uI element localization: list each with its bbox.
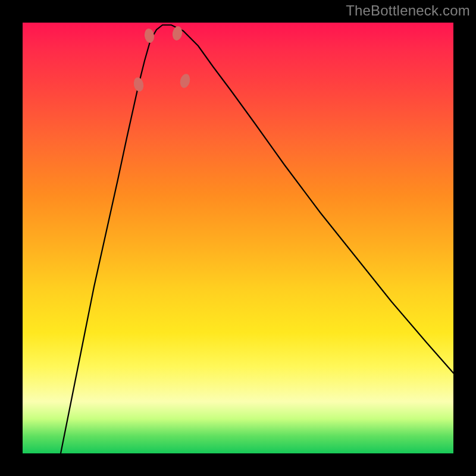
- bottleneck-curve: [61, 25, 453, 453]
- plot-area: [23, 23, 453, 453]
- chart-svg: [23, 23, 453, 453]
- right-lower-dot: [171, 26, 183, 41]
- watermark-text: TheBottleneck.com: [346, 2, 470, 19]
- outer-frame: TheBottleneck.com: [0, 0, 476, 476]
- left-upper-dot: [133, 77, 145, 93]
- right-upper-dot: [178, 73, 191, 89]
- curve-markers: [133, 26, 192, 93]
- left-lower-dot: [143, 28, 155, 43]
